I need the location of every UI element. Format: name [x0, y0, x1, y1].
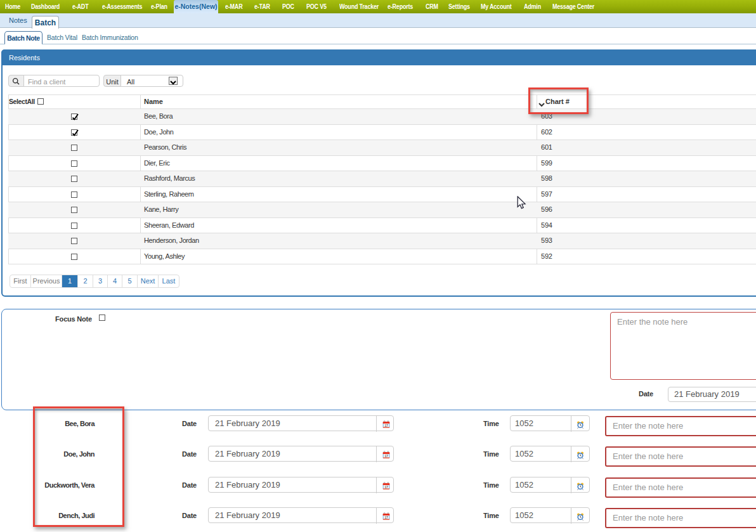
svg-text:17: 17 — [384, 454, 388, 458]
svg-text:17: 17 — [384, 485, 388, 489]
svg-text:17: 17 — [384, 516, 388, 519]
svg-text:17: 17 — [384, 424, 388, 427]
